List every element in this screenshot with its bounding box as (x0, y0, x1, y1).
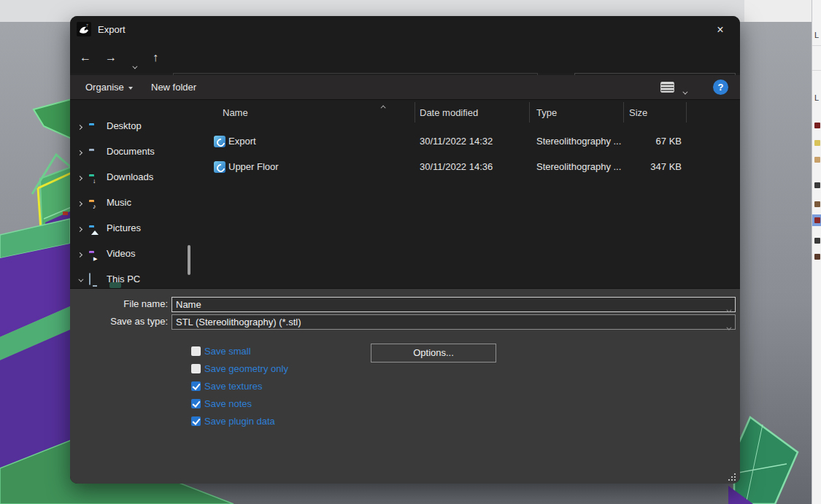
back-button[interactable]: ← (76, 47, 95, 69)
checkbox-icon[interactable] (191, 364, 201, 373)
chevron-right-icon[interactable] (70, 171, 89, 182)
sidebar-item-label: Downloads (107, 171, 153, 182)
column-separator[interactable] (623, 102, 624, 123)
export-dialog: 7 Export × ← → ↑ › Assets › Rhino Export… (70, 16, 740, 484)
sidebar-item-desktop[interactable]: Desktop (70, 115, 204, 136)
sidebar-item-documents[interactable]: Documents (70, 141, 204, 161)
save-as-type-label: Save as type: (74, 316, 168, 327)
file-row-upper-floor[interactable]: Upper Floor 30/11/2022 14:36 Stereolitho… (204, 155, 740, 179)
checkbox-icon[interactable] (191, 381, 201, 391)
checkbox-save-notes[interactable]: Save notes (191, 398, 252, 409)
panel-divider (812, 45, 821, 46)
checkbox-save-small[interactable]: Save small (191, 345, 251, 357)
partially-visible-item (109, 282, 121, 288)
chevron-down-icon[interactable] (726, 320, 730, 334)
organise-label: Organise (85, 82, 124, 93)
file-list: Name Date modified Type Size Export 30/1… (204, 100, 740, 288)
sidebar-item-label: Pictures (107, 222, 141, 233)
file-date-modified: 30/11/2022 14:32 (420, 129, 493, 154)
layer-color-chip[interactable] (814, 157, 820, 163)
file-size: 347 KB (598, 155, 682, 179)
close-icon[interactable]: × (711, 22, 730, 38)
file-browser-area: Desktop Documents ↓ Downloads ♪ Music (70, 100, 740, 288)
checkbox-icon[interactable] (191, 416, 201, 426)
sidebar-item-label: Music (107, 197, 131, 208)
sidebar-item-this-pc[interactable]: This PC (70, 268, 204, 288)
layer-color-chip[interactable] (814, 123, 820, 128)
title-bar[interactable]: 7 Export × (70, 16, 740, 42)
organise-menu-button[interactable]: Organise (85, 75, 133, 100)
file-name-label: File name: (74, 298, 168, 309)
column-header-name[interactable]: Name (223, 104, 248, 123)
checkbox-label: Save textures (204, 381, 263, 392)
panel-divider (812, 70, 821, 71)
help-icon[interactable]: ? (713, 80, 728, 95)
right-side-panel: L L (812, 0, 821, 504)
sidebar-item-downloads[interactable]: ↓ Downloads (70, 166, 204, 187)
svg-text:7: 7 (86, 23, 88, 28)
column-header-size[interactable]: Size (629, 104, 647, 123)
rhino-app-icon: 7 (77, 22, 91, 36)
layer-color-chip[interactable] (814, 182, 820, 188)
checkbox-icon[interactable] (191, 346, 201, 356)
save-as-type-value: STL (Stereolithography) (*.stl) (176, 317, 301, 327)
view-mode-chevron-icon[interactable] (682, 86, 686, 97)
file-name: Upper Floor (228, 155, 279, 179)
navigation-bar: ← → ↑ › Assets › Rhino Export › Example (70, 42, 740, 73)
view-mode-icon[interactable] (660, 82, 674, 93)
column-header-date-modified[interactable]: Date modified (420, 104, 478, 123)
chevron-right-icon[interactable] (70, 146, 89, 157)
checkbox-icon[interactable] (191, 399, 201, 408)
column-separator[interactable] (529, 102, 530, 123)
sidebar-item-label: Documents (107, 146, 155, 157)
chevron-right-icon[interactable] (70, 248, 89, 259)
resize-grip[interactable] (728, 473, 736, 481)
panel-label: L (814, 93, 819, 102)
sidebar-item-music[interactable]: ♪ Music (70, 192, 204, 212)
save-as-type-select[interactable]: STL (Stereolithography) (*.stl) (171, 314, 736, 330)
up-button[interactable]: ↑ (146, 47, 165, 69)
chevron-right-icon[interactable] (70, 197, 89, 208)
file-date-modified: 30/11/2022 14:36 (420, 155, 493, 179)
forward-button[interactable]: → (101, 47, 120, 69)
dropdown-triangle-icon (128, 87, 133, 90)
sidebar-item-pictures[interactable]: Pictures (70, 217, 204, 238)
column-separator[interactable] (415, 102, 415, 123)
chevron-right-icon[interactable] (70, 120, 89, 131)
window-title: Export (98, 24, 126, 35)
file-row-export[interactable]: Export 30/11/2022 14:32 Stereolithograph… (204, 129, 740, 154)
save-options-panel: File name: Name Save as type: STL (Stere… (70, 288, 740, 484)
chevron-down-icon[interactable] (70, 274, 89, 284)
file-name: Export (228, 129, 256, 154)
command-toolbar: Organise New folder ? (70, 75, 740, 100)
sidebar-item-videos[interactable]: ▶ Videos (70, 243, 204, 263)
layer-color-chip[interactable] (814, 254, 820, 260)
file-name-input[interactable]: Name (171, 297, 736, 312)
checkbox-label: Save notes (204, 398, 252, 409)
sidebar-item-label: Videos (107, 248, 136, 259)
column-header-type[interactable]: Type (536, 104, 557, 123)
checkbox-label: Save geometry only (204, 363, 288, 374)
layer-color-chip[interactable] (814, 201, 820, 207)
checkbox-save-textures[interactable]: Save textures (191, 380, 263, 392)
new-folder-button[interactable]: New folder (151, 75, 196, 100)
sidebar-item-label: Desktop (107, 120, 142, 131)
layer-color-chip[interactable] (814, 217, 820, 223)
computer-icon (89, 274, 104, 284)
checkbox-label: Save plugin data (204, 416, 275, 427)
checkbox-save-plugin-data[interactable]: Save plugin data (191, 415, 275, 427)
recent-locations-chevron-icon[interactable] (124, 47, 143, 69)
layer-color-chip[interactable] (814, 238, 820, 244)
sidebar-scrollbar[interactable] (188, 245, 190, 275)
layer-color-chip[interactable] (814, 140, 820, 146)
screen: L L 7 Export × ← → ↑ (0, 0, 821, 504)
checkbox-label: Save small (204, 346, 251, 357)
chevron-right-icon[interactable] (70, 222, 89, 233)
options-button[interactable]: Options... (371, 344, 496, 363)
file-size: 67 KB (598, 129, 682, 154)
checkbox-save-geometry-only[interactable]: Save geometry only (191, 363, 288, 374)
file-name-value: Name (176, 299, 201, 310)
column-separator[interactable] (686, 102, 687, 123)
stl-file-icon (214, 161, 226, 173)
stl-file-icon (214, 136, 226, 147)
